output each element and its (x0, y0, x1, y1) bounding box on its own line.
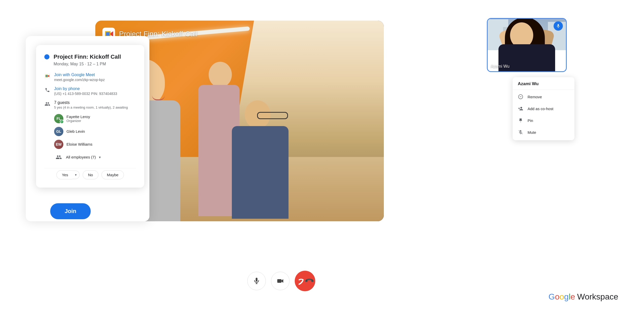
guest-info: Gleb Levin (66, 129, 85, 134)
event-header: Project Finn: Kickoff Call Monday, May 1… (44, 53, 136, 66)
guest-info: Eloise Williams (66, 142, 92, 146)
workspace-wordmark: Workspace (577, 292, 618, 302)
guests-section: 7 guests 5 yes (4 in a meeting room, 1 v… (44, 100, 136, 109)
workspace-logo: Google Workspace (548, 292, 618, 302)
glasses (257, 112, 288, 119)
guest-item: EW Eloise Williams (54, 140, 136, 149)
person-glasses (229, 100, 291, 219)
event-title: Project Finn: Kickoff Call (54, 53, 121, 61)
guest-role-fayette: Organizer (66, 119, 90, 123)
context-menu-mute[interactable]: Mute (513, 126, 574, 138)
meet-url: meet.google.com/zkp-wzop-kpz (54, 78, 105, 82)
context-menu-title: Azami Wu (513, 81, 574, 90)
guests-count: 7 guests (54, 100, 128, 105)
context-menu-remove[interactable]: Remove (513, 91, 574, 103)
phone-link[interactable]: Join by phone (54, 86, 117, 91)
event-dot (44, 54, 49, 59)
event-title-block: Project Finn: Kickoff Call Monday, May 1… (54, 53, 121, 66)
meet-link[interactable]: Join with Google Meet (54, 73, 105, 77)
phone-link-section: Join by phone (US) +1 413-589-0032 PIN: … (54, 86, 117, 96)
guest-info: Fayette Leroy Organizer (66, 115, 90, 123)
guest-item: FL ✓ Fayette Leroy Organizer (54, 114, 136, 123)
self-video-person (498, 20, 555, 71)
phone-section: Join by phone (US) +1 413-589-0032 PIN: … (44, 86, 136, 96)
smile (152, 95, 165, 100)
rsvp-yes-dropdown[interactable]: ▾ (72, 171, 80, 179)
meet-section: Join with Google Meet meet.google.com/zk… (44, 73, 136, 82)
mute-label: Mute (528, 130, 536, 135)
meet-link-section: Join with Google Meet meet.google.com/zk… (54, 73, 105, 82)
event-time: Monday, May 15 · 12 – 1 PM (54, 62, 121, 66)
guests-info: 7 guests 5 yes (4 in a meeting room, 1 v… (54, 100, 128, 109)
pin-label: Pin (528, 118, 533, 123)
event-card: Project Finn: Kickoff Call Monday, May 1… (36, 45, 144, 188)
mic-active-icon (554, 21, 563, 31)
guest-item: GL Gleb Levin (54, 127, 136, 136)
mic-off-icon (518, 129, 523, 135)
remove-label: Remove (528, 95, 542, 99)
guest-name-eloise: Eloise Williams (66, 142, 92, 146)
minus-circle-icon (518, 94, 523, 100)
rsvp-row: Yes ▾ No Maybe (44, 168, 136, 180)
person-plus-icon (518, 106, 523, 111)
guest-avatar-fayette: FL ✓ (54, 114, 63, 123)
context-menu-cohost[interactable]: Add as co-host (513, 103, 574, 115)
svg-rect-4 (106, 32, 110, 36)
self-video-thumbnail: Azami Wu (487, 18, 567, 72)
pin-icon (518, 118, 523, 123)
all-employees-icon (54, 153, 63, 162)
camera-button[interactable] (271, 272, 290, 290)
guests-icon (44, 101, 50, 107)
all-employees-label: All employees (7) (66, 155, 96, 159)
guest-name-gleb: Gleb Levin (66, 129, 85, 134)
svg-marker-9 (282, 279, 283, 283)
svg-rect-5 (256, 278, 258, 281)
guests-detail: 5 yes (4 in a meeting room, 1 virtually)… (54, 105, 128, 109)
rsvp-maybe-button[interactable]: Maybe (101, 170, 124, 179)
svg-rect-15 (46, 75, 48, 77)
rsvp-no-button[interactable]: No (83, 170, 98, 179)
svg-rect-17 (558, 27, 558, 28)
all-employees-row: All employees (7) ▾ (44, 153, 136, 162)
body (232, 126, 289, 219)
rsvp-yes-group: Yes ▾ (56, 170, 79, 179)
mute-button[interactable] (247, 272, 266, 290)
head (209, 62, 232, 87)
organizer-check-icon: ✓ (60, 120, 64, 124)
phone-number: (US) +1 413-589-0032 PIN: 937404833 (54, 92, 117, 96)
context-menu: Azami Wu Remove Add as co-host Pin (513, 77, 574, 140)
phone-icon (44, 87, 50, 93)
end-call-button[interactable]: 📞 (295, 271, 315, 291)
join-button[interactable]: Join (50, 203, 91, 219)
guest-name-fayette: Fayette Leroy (66, 115, 90, 119)
guest-avatar-eloise: EW (54, 140, 63, 149)
google-wordmark: Google (548, 292, 575, 302)
guest-list: FL ✓ Fayette Leroy Organizer GL Gleb Lev… (44, 114, 136, 149)
svg-rect-16 (558, 24, 559, 26)
call-controls: 📞 (247, 271, 315, 291)
head (245, 100, 270, 129)
chevron-down-icon: ▾ (99, 155, 101, 159)
cohost-label: Add as co-host (528, 107, 553, 111)
guest-avatar-gleb: GL (54, 127, 63, 136)
meet-icon (44, 73, 50, 79)
context-menu-pin[interactable]: Pin (513, 115, 574, 126)
svg-rect-8 (277, 279, 281, 283)
self-name-badge: Azami Wu (491, 64, 510, 69)
rsvp-yes-button[interactable]: Yes (56, 170, 72, 179)
